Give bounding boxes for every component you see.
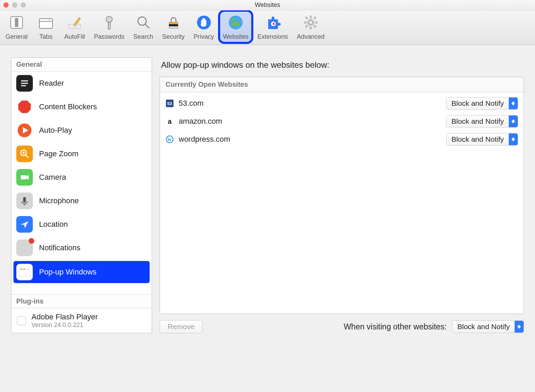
svg-rect-22 [315, 21, 318, 24]
toolbar-tab-passwords[interactable]: Passwords [91, 12, 127, 42]
plugin-version: Version 24.0.0.221 [31, 321, 98, 329]
sidebar-item-label: Notifications [39, 243, 81, 252]
site-setting-select[interactable]: Block and Notify [446, 97, 518, 110]
svg-point-45 [20, 269, 21, 270]
table-row[interactable]: W wordpress.com Block and Notify [160, 130, 524, 148]
table-rows: 53 53.com Block and Notify a [160, 92, 524, 314]
table-row[interactable]: 53 53.com Block and Notify [160, 94, 524, 112]
globe-icon [226, 13, 245, 32]
chevron-updown-icon [515, 321, 524, 333]
tabs-icon: -+ [37, 13, 55, 32]
toolbar-label: Extensions [257, 33, 288, 40]
svg-text:W: W [167, 137, 172, 142]
plugin-name: Adobe Flash Player [31, 312, 98, 321]
table-row[interactable]: a amazon.com Block and Notify [160, 112, 524, 130]
window-traffic-lights [3, 2, 26, 8]
stop-icon [16, 99, 33, 115]
toolbar-tab-autofill[interactable]: AutoFill [62, 12, 88, 42]
toolbar-label: AutoFill [64, 33, 85, 40]
toolbar-tab-security[interactable]: Security [159, 12, 187, 42]
toolbar-tab-privacy[interactable]: Privacy [191, 12, 217, 42]
svg-rect-25 [313, 16, 317, 20]
toolbar-tab-tabs[interactable]: -+ Tabs [34, 12, 58, 42]
chevron-updown-icon [509, 97, 518, 109]
svg-line-35 [26, 155, 28, 158]
titlebar: Websites [0, 0, 535, 10]
lock-icon [164, 13, 183, 32]
sidebar-item-auto-play[interactable]: Auto-Play [11, 119, 152, 142]
notifications-icon [16, 240, 33, 256]
plugin-enable-checkbox[interactable] [17, 316, 26, 325]
zoom-icon [16, 146, 33, 162]
zoom-window-button[interactable] [21, 2, 26, 8]
select-value: Block and Notify [447, 135, 509, 143]
gear-icon [301, 13, 320, 32]
other-websites-label: When visiting other websites: [344, 322, 447, 332]
switch-icon [7, 13, 26, 32]
toolbar-tab-websites[interactable]: Websites [220, 12, 251, 42]
play-icon [16, 122, 33, 139]
sidebar-item-label: Auto-Play [39, 126, 72, 135]
toolbar-tab-general[interactable]: General [3, 12, 30, 42]
select-value: Block and Notify [447, 117, 509, 125]
svg-marker-31 [18, 101, 31, 113]
remove-button[interactable]: Remove [160, 320, 203, 333]
svg-marker-51 [511, 103, 515, 105]
svg-text:53: 53 [167, 101, 172, 106]
location-icon [16, 216, 33, 233]
settings-sidebar: General Reader Content Blockers Auto-Pla… [11, 57, 152, 333]
microphone-icon [16, 193, 33, 209]
svg-point-47 [24, 269, 25, 270]
chevron-updown-icon [509, 115, 518, 127]
site-domain: amazon.com [179, 117, 222, 126]
sidebar-item-label: Pop-up Windows [39, 268, 96, 277]
sidebar-item-label: Reader [39, 79, 64, 88]
svg-marker-39 [26, 175, 29, 180]
sidebar-item-microphone[interactable]: Microphone [11, 189, 152, 213]
sidebar-item-content-blockers[interactable]: Content Blockers [11, 95, 152, 119]
sidebar-item-label: Camera [39, 173, 66, 182]
toolbar-label: Tabs [39, 33, 53, 40]
sidebar-item-location[interactable]: Location [11, 213, 152, 236]
toolbar-label: Privacy [194, 33, 214, 40]
close-window-button[interactable] [3, 2, 9, 8]
other-websites-select[interactable]: Block and Notify [452, 320, 524, 333]
favicon-amazon-icon: a [166, 117, 174, 125]
sidebar-item-reader[interactable]: Reader [11, 72, 152, 95]
toolbar-tab-extensions[interactable]: Extensions [255, 12, 291, 42]
pencil-form-icon [65, 13, 84, 32]
site-setting-select[interactable]: Block and Notify [446, 133, 518, 146]
main-heading: Allow pop-up windows on the websites bel… [161, 60, 523, 70]
toolbar-label: Passwords [94, 33, 124, 40]
sidebar-section-general: General [11, 58, 152, 72]
toolbar-tab-search[interactable]: Search [131, 12, 156, 42]
svg-rect-13 [169, 24, 178, 26]
svg-line-10 [145, 24, 149, 28]
svg-point-46 [22, 269, 23, 270]
sidebar-item-camera[interactable]: Camera [11, 166, 152, 189]
minimize-window-button[interactable] [12, 2, 17, 8]
favicon-53-icon: 53 [166, 99, 174, 108]
favicon-wordpress-icon: W [166, 135, 174, 143]
reader-icon [16, 75, 33, 92]
site-setting-select[interactable]: Block and Notify [446, 115, 518, 128]
sidebar-item-label: Microphone [39, 196, 79, 205]
svg-rect-26 [305, 25, 308, 28]
svg-point-9 [138, 17, 146, 25]
svg-text:-: - [43, 18, 44, 22]
sidebar-item-notifications[interactable]: Notifications [11, 236, 152, 260]
site-domain: 53.com [179, 99, 204, 108]
sidebar-item-popup-windows[interactable]: Pop-up Windows [13, 261, 150, 283]
select-value: Block and Notify [452, 323, 515, 331]
sidebar-section-plugins: Plug-ins [11, 294, 152, 308]
site-domain: wordpress.com [179, 135, 230, 144]
main-panel: Allow pop-up windows on the websites bel… [160, 57, 524, 333]
sidebar-item-page-zoom[interactable]: Page Zoom [11, 142, 152, 166]
sidebar-plugin-flash[interactable]: Adobe Flash Player Version 24.0.0.221 [11, 308, 152, 333]
svg-rect-19 [310, 16, 312, 18]
magnifier-icon [134, 13, 153, 32]
svg-text:+: + [48, 18, 50, 22]
toolbar-tab-advanced[interactable]: Advanced [294, 12, 327, 42]
window-title: Websites [0, 1, 535, 9]
websites-table: Currently Open Websites 53 53.com Block … [160, 77, 524, 314]
